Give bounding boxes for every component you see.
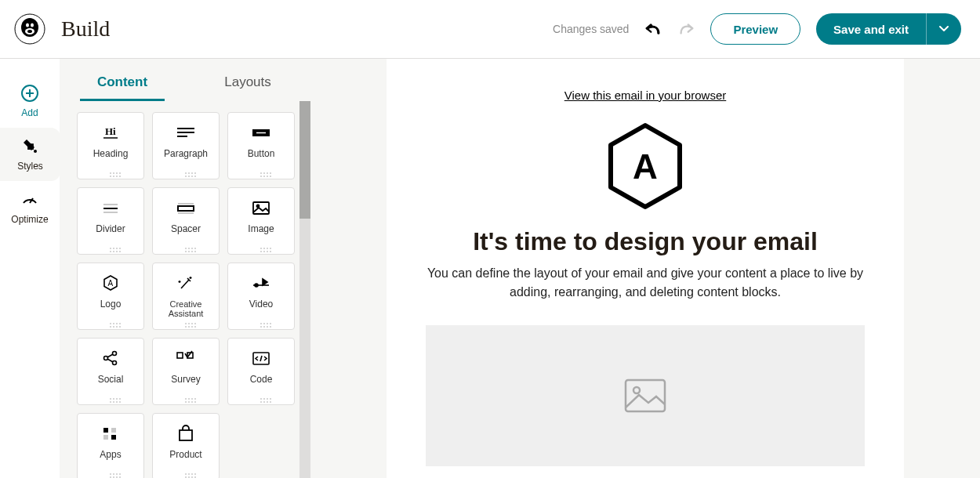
drag-grip-icon bbox=[185, 248, 187, 249]
svg-rect-45 bbox=[626, 380, 665, 411]
block-logo[interactable]: A Logo bbox=[77, 263, 144, 330]
block-divider[interactable]: Divider bbox=[77, 187, 144, 255]
block-product[interactable]: Product bbox=[152, 413, 220, 478]
divider-icon bbox=[100, 197, 122, 218]
block-button[interactable]: Button bbox=[227, 112, 295, 179]
block-spacer[interactable]: Spacer bbox=[152, 187, 220, 255]
status-saved: Changes saved bbox=[553, 23, 629, 35]
block-apps[interactable]: Apps bbox=[77, 413, 144, 478]
mailchimp-logo[interactable] bbox=[14, 13, 45, 45]
block-video[interactable]: Video bbox=[227, 263, 295, 330]
topbar-right: Changes saved Preview Save and exit bbox=[553, 13, 961, 45]
rail-add-label: Add bbox=[21, 107, 38, 118]
video-icon bbox=[250, 273, 272, 293]
image-icon bbox=[250, 197, 272, 218]
survey-icon bbox=[175, 348, 197, 368]
button-icon bbox=[250, 122, 272, 143]
drag-grip-icon bbox=[185, 172, 187, 174]
sparkle-wand-icon bbox=[175, 273, 197, 293]
page-title: Build bbox=[61, 16, 110, 42]
tab-layouts[interactable]: Layouts bbox=[185, 74, 310, 101]
spacer-icon bbox=[175, 197, 197, 218]
block-label: Divider bbox=[96, 224, 125, 234]
svg-line-38 bbox=[260, 356, 262, 361]
save-and-exit-button[interactable]: Save and exit bbox=[816, 13, 927, 45]
block-label: Image bbox=[248, 224, 274, 234]
svg-rect-22 bbox=[178, 206, 194, 211]
undo-button[interactable] bbox=[644, 20, 662, 38]
svg-point-9 bbox=[34, 150, 37, 153]
sidebar-scrollbar[interactable] bbox=[299, 101, 310, 478]
svg-point-46 bbox=[633, 387, 640, 393]
block-label: Creative Assistant bbox=[153, 299, 219, 318]
drag-grip-icon bbox=[110, 172, 111, 174]
email-canvas[interactable]: View this email in your browser A It's t… bbox=[387, 59, 904, 478]
svg-point-2 bbox=[26, 24, 29, 27]
svg-point-28 bbox=[255, 284, 258, 287]
code-icon bbox=[250, 348, 272, 368]
rail-styles-label: Styles bbox=[17, 161, 43, 172]
svg-rect-24 bbox=[253, 202, 269, 214]
rail-optimize[interactable]: Optimize bbox=[0, 181, 60, 234]
redo-button[interactable] bbox=[677, 20, 695, 38]
drag-grip-icon bbox=[110, 398, 111, 400]
block-label: Survey bbox=[171, 375, 200, 385]
block-image[interactable]: Image bbox=[227, 187, 295, 255]
drag-grip-icon bbox=[260, 172, 262, 174]
block-label: Product bbox=[169, 450, 201, 460]
svg-text:A: A bbox=[108, 279, 114, 288]
shopping-bag-icon bbox=[175, 423, 197, 444]
apps-icon bbox=[100, 423, 122, 444]
drag-grip-icon bbox=[260, 398, 262, 400]
preview-button[interactable]: Preview bbox=[710, 13, 800, 45]
drag-grip-icon bbox=[110, 248, 111, 249]
rail-add[interactable]: Add bbox=[0, 74, 60, 128]
block-creative-assistant[interactable]: Creative Assistant bbox=[152, 263, 220, 330]
block-label: Social bbox=[98, 375, 124, 385]
drag-grip-icon bbox=[185, 323, 187, 324]
svg-line-32 bbox=[107, 354, 113, 357]
placeholder-logo: A bbox=[426, 122, 865, 213]
block-survey[interactable]: Survey bbox=[152, 338, 220, 405]
rail-optimize-label: Optimize bbox=[11, 214, 48, 225]
left-rail: Add Styles Optimize bbox=[0, 59, 60, 478]
topbar: Build Changes saved Preview Save and exi… bbox=[0, 0, 980, 59]
drag-grip-icon bbox=[260, 323, 262, 324]
block-label: Button bbox=[248, 149, 275, 159]
block-label: Paragraph bbox=[164, 149, 208, 159]
scrollbar-thumb[interactable] bbox=[299, 101, 310, 219]
svg-rect-40 bbox=[111, 428, 116, 433]
email-canvas-wrap: View this email in your browser A It's t… bbox=[310, 59, 980, 478]
block-heading[interactable]: Hi Heading bbox=[77, 112, 144, 179]
view-in-browser-link[interactable]: View this email in your browser bbox=[564, 89, 726, 102]
drag-grip-icon bbox=[185, 473, 187, 475]
paragraph-icon bbox=[175, 122, 197, 143]
block-paragraph[interactable]: Paragraph bbox=[152, 112, 220, 179]
svg-rect-43 bbox=[180, 430, 192, 440]
drag-grip-icon bbox=[185, 398, 187, 400]
svg-point-3 bbox=[31, 24, 34, 27]
block-social[interactable]: Social bbox=[77, 338, 144, 405]
heading-icon: Hi bbox=[100, 122, 122, 143]
canvas-headline: It's time to design your email bbox=[426, 227, 865, 256]
block-label: Code bbox=[250, 375, 273, 385]
image-placeholder[interactable] bbox=[426, 325, 865, 466]
content-blocks-grid: Hi Heading Paragraph Button bbox=[60, 101, 310, 478]
block-label: Logo bbox=[100, 299, 122, 310]
svg-rect-42 bbox=[111, 435, 116, 440]
block-label: Heading bbox=[93, 149, 129, 159]
svg-point-5 bbox=[27, 30, 32, 33]
svg-rect-41 bbox=[103, 435, 108, 440]
drag-grip-icon bbox=[110, 473, 111, 475]
block-label: Apps bbox=[100, 450, 121, 460]
rail-styles[interactable]: Styles bbox=[0, 128, 60, 181]
tab-content[interactable]: Content bbox=[60, 74, 185, 101]
svg-rect-34 bbox=[177, 353, 183, 358]
save-dropdown-caret[interactable] bbox=[927, 13, 961, 45]
svg-line-33 bbox=[107, 359, 113, 362]
block-code[interactable]: Code bbox=[227, 338, 295, 405]
drag-grip-icon bbox=[110, 323, 111, 324]
logo-icon: A bbox=[100, 273, 122, 293]
block-label: Spacer bbox=[171, 224, 201, 234]
canvas-body: You can define the layout of your email … bbox=[426, 264, 865, 302]
